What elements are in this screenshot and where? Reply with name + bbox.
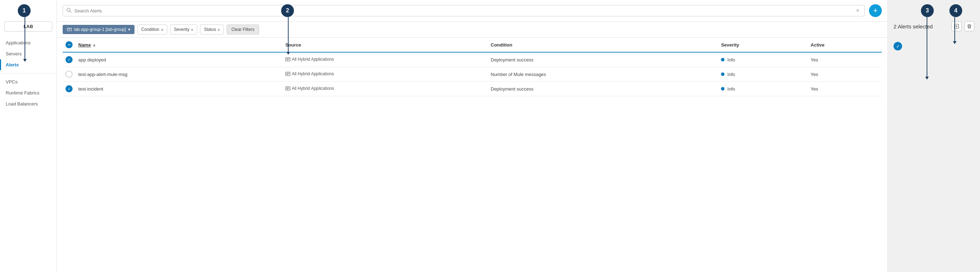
search-box: × [63, 5, 865, 16]
severity-filter-label: Severity [174, 27, 189, 32]
deselect-all-button[interactable] [65, 41, 73, 48]
arrow-2 [288, 17, 289, 52]
sidebar-item-servers[interactable]: Servers [0, 48, 57, 59]
row-name-3: test-incident [75, 82, 283, 96]
right-panel: 2 Alerts selected [888, 0, 980, 272]
arrow-3 [927, 17, 928, 77]
severity-chevron-icon: ∨ [191, 28, 193, 32]
sidebar-item-applications[interactable]: Applications [0, 37, 57, 48]
row-checkbox-1[interactable] [65, 56, 73, 63]
clear-search-button[interactable]: × [855, 8, 861, 14]
row-source-3: All Hybrid Applications [285, 86, 334, 91]
condition-chevron-icon: ∨ [161, 28, 163, 32]
col-source: Source [283, 38, 488, 52]
row-condition-1: Deployment success [488, 52, 718, 67]
row-checkbox-3[interactable] [65, 85, 73, 92]
row-severity-3: Info [718, 82, 808, 96]
alerts-table-wrapper: Name ∧ Source Condition Severity Active [57, 38, 888, 272]
callout-1: 1 [18, 4, 30, 17]
col-active: Active [808, 38, 882, 52]
row-active-2: Yes [808, 67, 882, 82]
row-severity-1: Info [718, 52, 808, 67]
sort-arrow-icon: ∧ [93, 43, 95, 47]
col-name: Name ∧ [75, 38, 283, 52]
sidebar: LAB Applications Servers Alerts VPCs Run… [0, 0, 57, 272]
severity-dot-icon [721, 73, 724, 76]
alerts-selected-row: 2 Alerts selected [894, 21, 974, 31]
col-condition: Condition [488, 38, 718, 52]
row-condition-2: Number of Mule messages [488, 67, 718, 82]
row-source-1: All Hybrid Applications [285, 57, 334, 62]
svg-line-1 [70, 11, 71, 13]
status-chevron-icon: ∨ [218, 28, 220, 32]
filter-group-button[interactable]: lab-app-group-1 [lab-group] ▾ [63, 25, 135, 34]
arrow-4 [955, 17, 955, 42]
row-active-3: Yes [808, 82, 882, 96]
table-row: app deployed All Hybrid Applications Dep… [63, 52, 882, 67]
alerts-table: Name ∧ Source Condition Severity Active [63, 38, 882, 96]
clear-filters-button[interactable]: Clear Filters [227, 24, 259, 35]
row-checkbox-2[interactable] [65, 71, 73, 78]
row-condition-3: Deployment success [488, 82, 718, 96]
table-row: test-incident All Hybrid Applications De… [63, 82, 882, 96]
callout-4: 4 [950, 4, 962, 17]
condition-filter-label: Condition [141, 27, 159, 32]
row-severity-2: Info [718, 67, 808, 82]
table-row: test-app-alert-mule-msg All Hybrid Appli… [63, 67, 882, 82]
row-name-2: test-app-alert-mule-msg [75, 67, 283, 82]
sidebar-item-runtime-fabrics[interactable]: Runtime Fabrics [0, 87, 57, 98]
severity-filter-button[interactable]: Severity ∨ [170, 24, 197, 35]
add-alert-button[interactable]: + [869, 4, 882, 17]
col-severity: Severity [718, 38, 808, 52]
severity-dot-icon [721, 58, 724, 62]
delete-button[interactable] [964, 21, 974, 31]
severity-dot-icon [721, 87, 724, 90]
main-content: × + lab-app-group-1 [lab-group] ▾ Condit… [57, 0, 888, 272]
status-filter-button[interactable]: Status ∨ [200, 24, 224, 35]
callout-3: 3 [921, 4, 934, 17]
row-name-1: app deployed [75, 52, 283, 67]
sidebar-item-load-balancers[interactable]: Load Balancers [0, 98, 57, 109]
callout-2: 2 [281, 4, 294, 17]
search-row: × + [57, 0, 888, 22]
sidebar-item-vpcs[interactable]: VPCs [0, 76, 57, 87]
search-input[interactable] [74, 8, 852, 14]
filter-group-chevron: ▾ [128, 27, 130, 32]
status-filter-label: Status [204, 27, 216, 32]
export-button[interactable] [951, 21, 961, 31]
condition-filter-button[interactable]: Condition ∨ [137, 24, 167, 35]
sidebar-nav: Applications Servers Alerts VPCs Runtime… [0, 37, 57, 109]
selection-check-indicator [894, 42, 902, 51]
lab-button[interactable]: LAB [4, 21, 52, 32]
sidebar-item-alerts[interactable]: Alerts [0, 59, 57, 70]
filter-group-label: lab-app-group-1 [lab-group] [74, 27, 126, 32]
row-active-1: Yes [808, 52, 882, 67]
row-source-2: All Hybrid Applications [285, 71, 334, 76]
search-icon [67, 8, 72, 14]
filter-row: lab-app-group-1 [lab-group] ▾ Condition … [57, 22, 888, 38]
arrow-1 [25, 17, 25, 60]
